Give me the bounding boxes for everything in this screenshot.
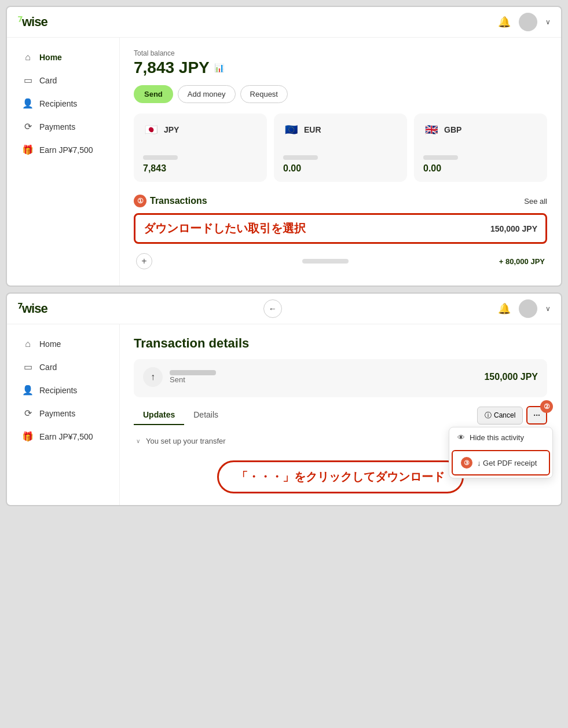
sidebar-label-card-2: Card [39, 363, 57, 372]
tab-details[interactable]: Details [184, 405, 228, 425]
card-icon-2: ▭ [22, 361, 34, 372]
tab-updates[interactable]: Updates [134, 405, 184, 425]
sidebar-item-recipients-2[interactable]: 👤 Recipients [10, 379, 116, 401]
bell-icon-1[interactable]: 🔔 [498, 16, 511, 28]
user-avatar-1 [519, 13, 537, 31]
sidebar-label-home-2: Home [39, 339, 61, 349]
cancel-icon: ⓘ [485, 411, 492, 420]
eur-flag: 🇪🇺 [283, 122, 299, 138]
top-bar-right-2: 🔔 ∨ [498, 299, 551, 318]
content-area-1: ⌂ Home ▭ Card 👤 Recipients ⟳ Payments 🎁 [7, 38, 561, 286]
sidebar-label-payments-2: Payments [39, 409, 75, 418]
gbp-code: GBP [444, 125, 461, 134]
chevron-down-2[interactable]: ∨ [545, 305, 551, 313]
sidebar-label-payments-1: Payments [39, 122, 75, 131]
txn-detail-card: ↑ Sent 150,000 JPY [134, 359, 547, 397]
currency-card-jpy[interactable]: 🇯🇵 JPY 7,843 [134, 114, 267, 182]
chart-icon[interactable]: 📊 [214, 63, 224, 72]
request-button[interactable]: Request [240, 85, 288, 103]
txn-detail-label: Sent [170, 375, 216, 384]
sidebar-label-earn-2: Earn JP¥7,500 [39, 432, 93, 441]
wise-logo-1: ⁷wise [17, 14, 47, 30]
dropdown-hide[interactable]: 👁 Hide this activity [449, 427, 552, 448]
user-avatar-2 [519, 299, 537, 318]
sidebar-item-recipients-1[interactable]: 👤 Recipients [10, 92, 116, 115]
transactions-header: ① Transactions See all [134, 195, 547, 207]
bell-icon-2[interactable]: 🔔 [498, 302, 511, 315]
sidebar-item-card-2[interactable]: ▭ Card [10, 356, 116, 378]
txn-detail-info: Sent [170, 370, 216, 384]
sidebar-item-home-1[interactable]: ⌂ Home [10, 46, 116, 68]
step2-number: ② [540, 400, 553, 413]
top-bar-right-1: 🔔 ∨ [498, 13, 551, 31]
currency-card-eur[interactable]: 🇪🇺 EUR 0.00 [274, 114, 407, 182]
dropdown-menu: 👁 Hide this activity ③ ↓ Get PDF receipt [449, 427, 553, 478]
main-content-2: Transaction details ↑ Sent 150,000 JPY [120, 324, 561, 505]
see-all-link[interactable]: See all [524, 197, 547, 206]
jpy-subtext [143, 155, 178, 160]
cancel-label: Cancel [494, 411, 515, 419]
txn-details-title: Transaction details [134, 336, 547, 351]
sidebar-2: ⌂ Home ▭ Card 👤 Recipients ⟳ Payments 🎁 [7, 324, 120, 505]
eur-subtext [283, 155, 318, 160]
gbp-subtext [423, 155, 458, 160]
currency-cards: 🇯🇵 JPY 7,843 🇪🇺 EUR 0.00 [134, 114, 547, 182]
transaction-row-highlighted[interactable]: ダウンロードしたい取引を選択 150,000 JPY [134, 213, 547, 244]
jpy-amount: 7,843 [143, 163, 258, 174]
eur-amount: 0.00 [283, 163, 398, 174]
chevron-icon: ∨ [136, 438, 140, 444]
recipients-icon-2: 👤 [22, 385, 34, 396]
sidebar-label-home-1: Home [39, 53, 62, 62]
balance-amount: 7,843 JPY 📊 [134, 58, 547, 77]
txn-detail-header: ↑ Sent 150,000 JPY [143, 367, 538, 387]
txn-detail-left: ↑ Sent [143, 367, 216, 387]
jpy-flag: 🇯🇵 [143, 122, 159, 138]
pdf-label: ↓ Get PDF receipt [477, 459, 537, 467]
balance-label: Total balance [134, 49, 547, 57]
sidebar-item-earn-1[interactable]: 🎁 Earn JP¥7,500 [10, 138, 116, 161]
chevron-down-1[interactable]: ∨ [545, 18, 551, 26]
content-area-2: ⌂ Home ▭ Card 👤 Recipients ⟳ Payments 🎁 [7, 324, 561, 505]
gbp-header: 🇬🇧 GBP [423, 122, 538, 138]
oval-annotation-text: 「・・・」をクリックしてダウンロード [217, 460, 464, 493]
back-button[interactable]: ← [263, 299, 282, 318]
sidebar-label-card-1: Card [39, 76, 57, 85]
top-bar-center-2: ← [47, 299, 498, 318]
sidebar-item-payments-2[interactable]: ⟳ Payments [10, 402, 116, 425]
tab-actions: ⓘ Cancel ··· ② 👁 Hide this activity [477, 406, 547, 425]
txn-second-amount: + 80,000 JPY [499, 257, 545, 266]
txn-japanese-text: ダウンロードしたい取引を選択 [144, 221, 306, 236]
main-content-1: Total balance 7,843 JPY 📊 Send Add money… [120, 38, 561, 286]
jpy-code: JPY [164, 125, 179, 134]
sidebar-label-recipients-1: Recipients [39, 99, 77, 108]
transaction-row-plain[interactable]: + + 80,000 JPY [134, 248, 547, 274]
action-buttons: Send Add money Request [134, 85, 547, 103]
txn-sub-text [302, 259, 349, 264]
recipients-icon-1: 👤 [22, 98, 34, 109]
tabs-left: Updates Details [134, 405, 228, 425]
gbp-flag: 🇬🇧 [423, 122, 439, 138]
sidebar-1: ⌂ Home ▭ Card 👤 Recipients ⟳ Payments 🎁 [7, 38, 120, 286]
step1-number: ① [134, 195, 146, 207]
sidebar-item-earn-2[interactable]: 🎁 Earn JP¥7,500 [10, 425, 116, 448]
panel-1: ⁷wise 🔔 ∨ ⌂ Home ▭ Card 👤 [6, 6, 562, 287]
sidebar-label-earn-1: Earn JP¥7,500 [39, 145, 93, 155]
wise-logo-2: ⁷wise [17, 301, 47, 316]
add-money-button[interactable]: Add money [178, 85, 236, 103]
payments-icon-2: ⟳ [22, 408, 34, 419]
send-button[interactable]: Send [134, 85, 173, 103]
jpy-header: 🇯🇵 JPY [143, 122, 258, 138]
sidebar-item-card-1[interactable]: ▭ Card [10, 69, 116, 92]
sidebar-item-home-2[interactable]: ⌂ Home [10, 333, 116, 355]
top-bar-2: ⁷wise ← 🔔 ∨ [7, 294, 561, 324]
transactions-label: Transactions [150, 196, 207, 206]
home-icon-2: ⌂ [22, 339, 34, 349]
eur-header: 🇪🇺 EUR [283, 122, 398, 138]
home-icon-1: ⌂ [22, 52, 34, 63]
sidebar-item-payments-1[interactable]: ⟳ Payments [10, 115, 116, 138]
dropdown-pdf[interactable]: ③ ↓ Get PDF receipt [452, 450, 550, 475]
currency-card-gbp[interactable]: 🇬🇧 GBP 0.00 [414, 114, 547, 182]
txn-detail-name-blur [170, 370, 216, 375]
gbp-amount: 0.00 [423, 163, 538, 174]
cancel-button-2[interactable]: ⓘ Cancel [477, 407, 523, 425]
